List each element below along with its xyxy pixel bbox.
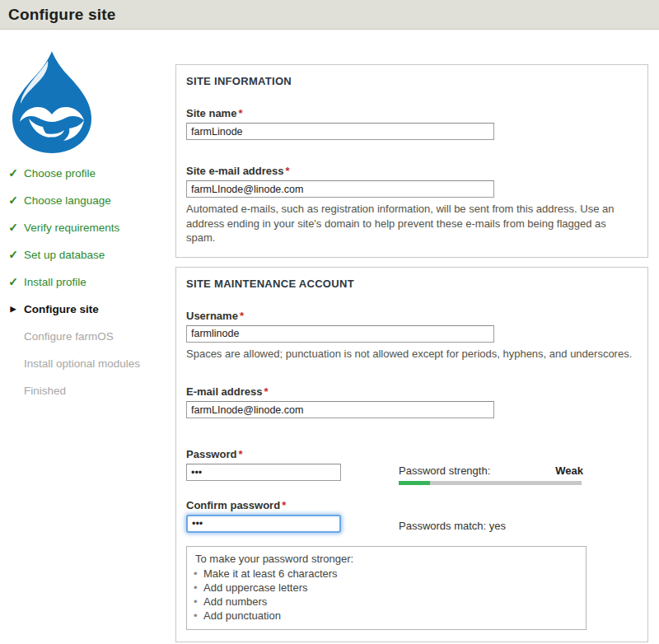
- password-strength-bar-fill: [399, 481, 430, 485]
- password-tips-list: Make it at least 6 characters Add upperc…: [195, 567, 577, 623]
- step-choose-language: ✓ Choose language: [8, 192, 173, 208]
- step-label: Configure site: [24, 303, 99, 315]
- username-item: Username* Spaces are allowed; punctuatio…: [186, 310, 638, 362]
- site-email-description: Automated e-mails, such as registration …: [186, 202, 635, 245]
- step-set-up-database: ✓ Set up database: [8, 246, 173, 263]
- password-item: Password*: [186, 448, 399, 481]
- site-name-item: Site name*: [186, 107, 638, 140]
- check-icon: ✓: [8, 194, 18, 207]
- required-asterisk: *: [286, 165, 290, 177]
- step-label: Configure farmOS: [24, 330, 114, 343]
- password-input[interactable]: [186, 464, 341, 481]
- check-icon: ✓: [8, 166, 18, 180]
- arrow-right-icon: ▶: [8, 305, 18, 313]
- step-verify-requirements: ✓ Verify requirements: [8, 219, 173, 236]
- confirm-password-input[interactable]: [186, 515, 341, 533]
- password-tips-box: To make your password stronger: Make it …: [186, 546, 587, 630]
- password-tip: Add uppercase letters: [195, 581, 577, 595]
- step-configure-farmos: Configure farmOS: [8, 328, 173, 344]
- password-tip: Make it at least 6 characters: [195, 567, 577, 581]
- step-label: Install optional modules: [24, 357, 140, 370]
- check-icon: ✓: [8, 248, 18, 261]
- account-email-label: E-mail address*: [186, 385, 638, 398]
- required-asterisk: *: [282, 499, 286, 511]
- step-label: Verify requirements: [24, 222, 119, 234]
- site-name-input[interactable]: [186, 123, 494, 140]
- password-strength-value: Weak: [555, 464, 583, 477]
- check-icon: ✓: [8, 221, 18, 234]
- site-name-label: Site name*: [186, 107, 638, 119]
- required-asterisk: *: [240, 310, 244, 322]
- required-asterisk: *: [264, 385, 269, 398]
- required-asterisk: *: [238, 448, 242, 460]
- required-asterisk: *: [238, 107, 242, 119]
- password-area: Password* Confirm password* Password str…: [186, 448, 638, 533]
- site-maintenance-account-fieldset: SITE MAINTENANCE ACCOUNT Username* Space…: [175, 267, 648, 643]
- step-finished: Finished: [8, 382, 173, 399]
- install-steps-list: ✓ Choose profile ✓ Choose language ✓ Ver…: [8, 165, 173, 409]
- step-configure-site: ▶ Configure site: [8, 301, 173, 317]
- password-tips-title: To make your password stronger:: [195, 553, 577, 565]
- step-label: Install profile: [24, 276, 86, 288]
- password-strength-column: Password strength: Weak Passwords match:…: [399, 448, 583, 533]
- password-tip: Add punctuation: [195, 609, 577, 623]
- check-icon: ✓: [8, 275, 18, 288]
- page-title: Configure site: [0, 0, 659, 24]
- site-email-input[interactable]: [186, 180, 494, 198]
- password-strength-bar: [399, 481, 582, 485]
- username-input[interactable]: [186, 325, 494, 343]
- username-description: Spaces are allowed; punctuation is not a…: [186, 347, 635, 362]
- password-tip: Add numbers: [195, 595, 577, 609]
- configure-site-form: SITE INFORMATION Site name* Site e-mail …: [175, 64, 648, 644]
- account-email-item: E-mail address*: [186, 385, 638, 418]
- step-install-optional-modules: Install optional modules: [8, 355, 173, 371]
- site-information-fieldset: SITE INFORMATION Site name* Site e-mail …: [175, 64, 648, 258]
- step-install-profile: ✓ Install profile: [8, 273, 173, 290]
- password-strength-label: Password strength:: [399, 464, 490, 477]
- drupal-logo-icon: [7, 49, 97, 155]
- confirm-password-item: Confirm password*: [186, 499, 399, 533]
- account-email-input[interactable]: [186, 401, 494, 418]
- username-label: Username*: [186, 310, 638, 322]
- site-email-label: Site e-mail address*: [186, 165, 638, 177]
- password-column: Password* Confirm password*: [186, 448, 399, 533]
- step-label: Choose profile: [24, 167, 96, 180]
- step-label: Choose language: [24, 194, 111, 207]
- page-header: Configure site: [0, 0, 659, 30]
- password-strength-row: Password strength: Weak: [399, 464, 583, 477]
- confirm-password-label: Confirm password*: [186, 499, 399, 511]
- site-information-legend: SITE INFORMATION: [186, 75, 638, 87]
- site-email-item: Site e-mail address* Automated e-mails, …: [186, 165, 638, 245]
- drupal-droplet-icon: [7, 49, 97, 155]
- site-maintenance-account-legend: SITE MAINTENANCE ACCOUNT: [186, 278, 638, 290]
- step-choose-profile: ✓ Choose profile: [8, 165, 173, 181]
- password-label: Password*: [186, 448, 399, 460]
- passwords-match-text: Passwords match: yes: [399, 520, 583, 532]
- step-label: Set up database: [24, 249, 105, 261]
- step-label: Finished: [24, 385, 66, 397]
